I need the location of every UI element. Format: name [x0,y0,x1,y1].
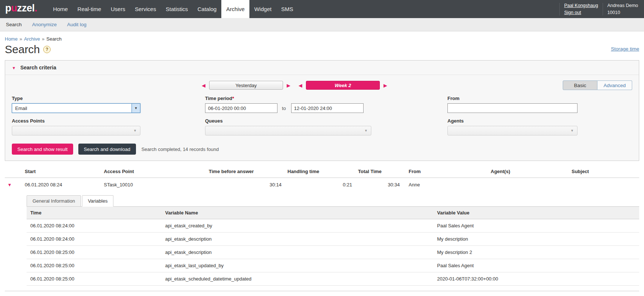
search-download-button[interactable]: Search and download [78,144,136,155]
from-input[interactable] [447,103,577,113]
type-select[interactable]: Email ▼ [12,103,140,113]
archive-subnav: Search Anonymize Audit log [0,18,644,31]
variables-header-row: Time Variable Name Variable Value [27,207,639,219]
time-period-field-group: Time period* to [205,96,371,113]
user-links: Paal Kongshaug Sign out [564,2,598,16]
results-table-continued: ▼ 06.01.2020 08:26 STask_10010 30:16 0:2… [5,293,639,296]
result-subject [551,293,639,296]
agents-label: Agents [447,118,577,124]
search-show-result-button[interactable]: Search and show result [12,144,73,155]
logo-text-rest: zzel [17,3,35,14]
chevron-down-icon[interactable]: ▼ [132,104,140,113]
quick-period-row: ◀ Yesterday ▶ ◀ Week 2 ▶ Basic Advanced [5,80,639,90]
user-profile-link[interactable]: Paal Kongshaug [564,2,598,9]
variable-value: My description 2 [433,246,639,259]
collapse-icon[interactable]: ▼ [12,66,16,70]
search-criteria-header[interactable]: ▼Search criteria [5,61,639,75]
agents-select[interactable]: ▼ [447,126,577,135]
variable-value: Paal Sales Agent [433,259,639,272]
title-row: Search? Storage time [5,43,639,60]
result-handling-time: 0:21 [284,178,355,192]
week-button[interactable]: Week 2 [306,81,380,90]
account-name: Andreas Demo [607,2,638,9]
subnav-anonymize[interactable]: Anonymize [27,22,62,27]
day-button[interactable]: Yesterday [209,81,283,90]
col-agents: Agent(s) [488,165,551,178]
mode-toggle: Basic Advanced [563,80,632,90]
help-icon[interactable]: ? [43,46,51,53]
expander-column-header [5,165,22,178]
prev-week-icon[interactable]: ◀ [297,83,304,88]
search-criteria-title: Search criteria [20,65,56,70]
breadcrumb-home[interactable]: Home [5,36,18,42]
sign-out-link[interactable]: Sign out [564,9,598,16]
queues-label: Queues [205,118,371,124]
storage-time-link[interactable]: Storage time [611,46,639,52]
breadcrumb: Home»Archive»Search [5,36,639,42]
page-content: Home»Archive»Search Search? Storage time… [0,36,644,296]
chevron-down-icon: ▼ [364,129,368,132]
nav-services[interactable]: Services [130,0,161,18]
result-total-time: 31:17 [355,293,403,296]
prev-day-icon[interactable]: ◀ [200,83,207,88]
result-row[interactable]: ▼ 06.01.2020 08:24 STask_10010 30:14 0:2… [5,178,639,192]
from-field-group: From [447,96,577,113]
collapse-row-icon[interactable]: ▼ [5,293,22,296]
next-week-icon[interactable]: ▶ [382,83,389,88]
tab-general-information[interactable]: General Information [27,195,81,207]
result-access-point: STask_10010 [101,293,206,296]
breadcrumb-separator: » [20,36,22,42]
nav-users[interactable]: Users [106,0,130,18]
quick-period-group: ◀ Yesterday ▶ ◀ Week 2 ▶ [200,81,389,90]
nav-home[interactable]: Home [48,0,73,18]
result-detail: General Information Variables Time Varia… [27,195,639,286]
tab-variables[interactable]: Variables [82,195,113,207]
variable-row: 06.01.2020 08:24:00 api_etask_created_by… [27,219,639,233]
queues-field-group: Queues ▼ [205,118,371,135]
logo-dot: . [35,3,37,14]
subnav-audit-log[interactable]: Audit log [62,22,92,27]
nav-widget[interactable]: Widget [249,0,276,18]
nav-sms[interactable]: SMS [276,0,298,18]
basic-mode-button[interactable]: Basic [563,80,597,90]
advanced-mode-button[interactable]: Advanced [597,80,632,90]
result-separator [5,291,639,291]
time-period-to-input[interactable] [291,103,364,113]
nav-archive[interactable]: Archive [221,0,249,18]
breadcrumb-current: Search [47,36,62,42]
access-points-label: Access Points [12,118,140,124]
col-from: From [403,165,488,178]
breadcrumb-archive[interactable]: Archive [24,36,40,42]
nav-statistics[interactable]: Statistics [161,0,192,18]
time-period-from-input[interactable] [205,103,277,113]
chevron-down-icon: ▼ [570,129,574,132]
col-access-point: Access Point [101,165,206,178]
col-handling-time: Handling time [284,165,355,178]
access-points-select[interactable]: ▼ [12,126,140,135]
subnav-search[interactable]: Search [1,22,27,27]
result-handling-time: 0:21 [284,293,355,296]
next-day-icon[interactable]: ▶ [285,83,292,88]
col-variable-value: Variable Value [433,207,639,219]
queues-select[interactable]: ▼ [205,126,371,135]
result-total-time: 30:34 [355,178,403,192]
logo-accent-u: u [11,3,17,14]
collapse-row-icon[interactable]: ▼ [5,178,22,192]
result-time-before-answer: 30:14 [206,178,284,192]
account-info: Andreas Demo 10010 [607,2,638,16]
logo-text: p [5,3,11,14]
result-from: Paal [403,293,488,296]
agents-field-group: Agents ▼ [447,118,577,135]
variable-name: api_etask_scheduled_datetime_updated [161,272,433,286]
results-header-row: Start Access Point Time before answer Ha… [5,165,639,178]
nav-catalog[interactable]: Catalog [192,0,221,18]
results-section: Start Access Point Time before answer Ha… [5,165,639,296]
nav-real-time[interactable]: Real-time [73,0,106,18]
top-bar: puzzel. Home Real-time Users Services St… [0,0,644,18]
result-start: 06.01.2020 08:26 [22,293,101,296]
result-row[interactable]: ▼ 06.01.2020 08:26 STask_10010 30:16 0:2… [5,293,639,296]
result-time-before-answer: 30:16 [206,293,284,296]
variable-time: 06.01.2020 08:24:00 [27,233,161,246]
variable-value: Paal Sales Agent [433,219,639,233]
puzzel-logo[interactable]: puzzel. [0,0,48,18]
